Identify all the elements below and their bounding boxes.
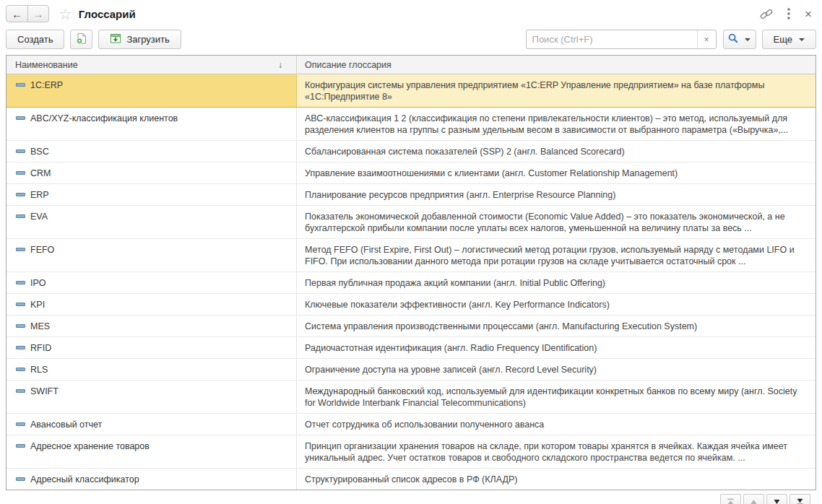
term-name: FEFO xyxy=(30,245,54,255)
term-description: Метод FEFO (First Expire, First Out) – л… xyxy=(305,245,795,266)
term-description: Первая публичная продажа акций компании … xyxy=(305,278,605,288)
list-item-dash-icon xyxy=(16,83,25,87)
term-name: Адресное хранение товаров xyxy=(30,441,150,451)
table-header: Наименование ↓ Описание глоссария xyxy=(7,56,815,74)
term-description-cell[interactable]: Принцип организации хранения товаров на … xyxy=(297,435,815,468)
back-arrow-icon: ← xyxy=(12,8,22,20)
term-name-cell[interactable]: RLS xyxy=(7,359,297,380)
search-button[interactable] xyxy=(723,30,756,49)
create-new-item-button[interactable] xyxy=(70,30,92,49)
term-description: Показатель экономической добавленной сто… xyxy=(305,212,785,233)
titlebar: ← → ☆ Глоссарий × xyxy=(0,0,822,27)
table-row[interactable]: RFID Радиочастотная идентификация (англ.… xyxy=(7,337,815,359)
table-row[interactable]: Адресное хранение товаров Принцип органи… xyxy=(7,435,815,469)
term-name: IPO xyxy=(30,278,46,288)
table-row[interactable]: CRM Управление взаимоотношениями с клиен… xyxy=(7,162,815,184)
term-name: KPI xyxy=(30,300,45,310)
term-description-cell[interactable]: Международный банковский код, используем… xyxy=(297,381,815,413)
favorite-star-icon[interactable]: ☆ xyxy=(59,6,72,22)
table-row[interactable]: Адресный классификатор Структурированный… xyxy=(7,469,815,490)
term-description-cell[interactable]: Система управления производственными про… xyxy=(297,316,815,336)
new-document-plus-icon xyxy=(76,32,87,46)
term-description-cell[interactable]: Структурированный список адресов в РФ (К… xyxy=(297,469,815,490)
triangle-up-bar-icon xyxy=(727,498,735,504)
list-item-dash-icon xyxy=(16,444,25,448)
term-name-cell[interactable]: BSC xyxy=(7,141,297,162)
term-description-cell[interactable]: Радиочастотная идентификация (англ. Radi… xyxy=(297,337,815,358)
term-description: Планирование ресурсов предприятия (англ.… xyxy=(305,190,615,200)
term-name: CRM xyxy=(30,168,51,178)
term-name-cell[interactable]: FEFO xyxy=(7,239,297,271)
term-description-cell[interactable]: Конфигурация системы управления предприя… xyxy=(297,74,815,107)
term-name: Авансовый отчет xyxy=(30,420,102,430)
term-description-cell[interactable]: Ключевые показатели эффективности (англ.… xyxy=(297,294,815,315)
search-box: × xyxy=(526,30,717,49)
term-name-cell[interactable]: 1C:ERP xyxy=(7,74,297,107)
term-description-cell[interactable]: Планирование ресурсов предприятия (англ.… xyxy=(297,184,815,205)
term-description-cell[interactable]: Сбалансированная система показателей (SS… xyxy=(297,141,815,162)
page-up-button[interactable] xyxy=(743,494,764,504)
term-name-cell[interactable]: Авансовый отчет xyxy=(7,414,297,435)
table-row[interactable]: IPO Первая публичная продажа акций компа… xyxy=(7,272,815,294)
term-name-cell[interactable]: KPI xyxy=(7,294,297,315)
list-item-dash-icon xyxy=(16,116,25,120)
term-name-cell[interactable]: CRM xyxy=(7,162,297,183)
term-description-cell[interactable]: АВС-классификация 1 2 (классификация по … xyxy=(297,108,815,140)
table-row[interactable]: BSC Сбалансированная система показателей… xyxy=(7,141,815,162)
kebab-menu-icon[interactable] xyxy=(787,8,790,19)
go-to-first-button[interactable] xyxy=(720,494,741,504)
close-icon[interactable]: × xyxy=(805,8,812,20)
search-clear-button[interactable]: × xyxy=(697,30,716,48)
term-description-cell[interactable]: Ограничение доступа на уровне записей (а… xyxy=(297,359,815,380)
term-name-cell[interactable]: ERP xyxy=(7,184,297,205)
table-body: 1C:ERP Конфигурация системы управления п… xyxy=(7,74,815,490)
table-row[interactable]: ERP Планирование ресурсов предприятия (а… xyxy=(7,184,815,206)
term-name-cell[interactable]: IPO xyxy=(7,272,297,293)
term-name: BSC xyxy=(30,147,49,157)
term-description-cell[interactable]: Управление взаимоотношениями с клиентами… xyxy=(297,162,815,183)
more-button[interactable]: Еще xyxy=(762,30,816,49)
term-name-cell[interactable]: Адресное хранение товаров xyxy=(7,435,297,468)
term-name-cell[interactable]: SWIFT xyxy=(7,381,297,413)
term-name: 1C:ERP xyxy=(30,80,63,90)
table-row[interactable]: EVA Показатель экономической добавленной… xyxy=(7,206,815,239)
term-name-cell[interactable]: EVA xyxy=(7,206,297,238)
column-header-name[interactable]: Наименование ↓ xyxy=(7,56,297,74)
table-row[interactable]: SWIFT Международный банковский код, испо… xyxy=(7,381,815,414)
term-name: RFID xyxy=(30,343,51,353)
term-description-cell[interactable]: Показатель экономической добавленной сто… xyxy=(297,206,815,238)
go-to-last-button[interactable] xyxy=(789,494,810,504)
table-row[interactable]: FEFO Метод FEFO (First Expire, First Out… xyxy=(7,239,815,272)
column-description-label: Описание глоссария xyxy=(305,60,391,70)
back-button[interactable]: ← xyxy=(7,6,27,22)
list-item-dash-icon xyxy=(16,422,25,426)
term-name: SWIFT xyxy=(30,386,59,396)
term-description-cell[interactable]: Отчет сотрудника об использовании получе… xyxy=(297,414,815,435)
column-header-description[interactable]: Описание глоссария xyxy=(297,56,815,74)
sort-descending-icon: ↓ xyxy=(278,60,282,70)
link-icon[interactable] xyxy=(760,8,773,20)
term-name: Адресный классификатор xyxy=(30,474,139,485)
term-name-cell[interactable]: Адресный классификатор xyxy=(7,469,297,490)
term-description-cell[interactable]: Метод FEFO (First Expire, First Out) – л… xyxy=(297,239,815,271)
term-name-cell[interactable]: MES xyxy=(7,316,297,336)
create-button[interactable]: Создать xyxy=(6,30,64,49)
search-magnifier-icon xyxy=(728,33,738,45)
table-row[interactable]: 1C:ERP Конфигурация системы управления п… xyxy=(7,74,815,108)
glossary-table: Наименование ↓ Описание глоссария 1C:ERP… xyxy=(6,55,816,490)
term-name-cell[interactable]: RFID xyxy=(7,337,297,358)
list-pager xyxy=(0,490,822,504)
search-input[interactable] xyxy=(527,30,697,48)
load-button[interactable]: Загрузить xyxy=(98,30,181,49)
term-description-cell[interactable]: Первая публичная продажа акций компании … xyxy=(297,272,815,293)
triangle-up-icon xyxy=(750,499,758,504)
table-row[interactable]: MES Система управления производственными… xyxy=(7,316,815,337)
table-row[interactable]: ABC/XYZ-классификация клиентов АВС-класс… xyxy=(7,108,815,141)
forward-button[interactable]: → xyxy=(27,6,48,22)
table-row[interactable]: KPI Ключевые показатели эффективности (а… xyxy=(7,294,815,316)
table-row[interactable]: Авансовый отчет Отчет сотрудника об испо… xyxy=(7,414,815,435)
table-row[interactable]: RLS Ограничение доступа на уровне записе… xyxy=(7,359,815,381)
page-down-button[interactable] xyxy=(766,494,787,504)
term-name-cell[interactable]: ABC/XYZ-классификация клиентов xyxy=(7,108,297,140)
list-item-dash-icon xyxy=(16,368,25,371)
